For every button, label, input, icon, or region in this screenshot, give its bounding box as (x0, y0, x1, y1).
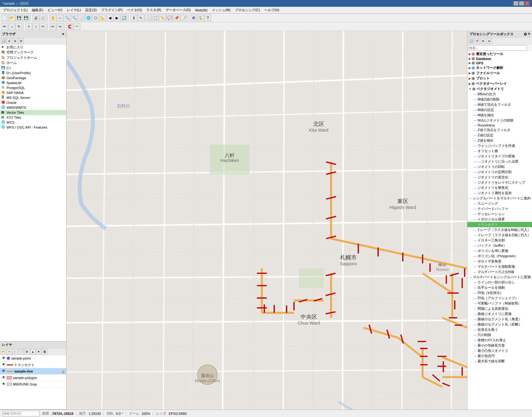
trace-button[interactable]: 〰 (74, 23, 80, 30)
browser-close-icon[interactable]: ✕ (62, 32, 64, 36)
zoom-full-button[interactable]: 🌐 (85, 15, 92, 21)
close-button[interactable]: × (525, 1, 530, 6)
browser-item[interactable]: 🔴Oracle (0, 100, 66, 105)
layer-visibility-toggle[interactable]: 👁 (1, 375, 6, 380)
toolbox-tool[interactable]: —最小包含円 (467, 353, 532, 359)
pan-map-button[interactable]: ↔ (57, 15, 63, 21)
toolbox-tool[interactable]: —ジオメトリをレイヤにスナップ (467, 180, 532, 185)
zoom-prev-button[interactable]: ◀ (106, 15, 113, 21)
browser-item[interactable]: 🌐WMS/WMTS (0, 105, 66, 110)
toolbox-tool[interactable]: —マルチパートをシングルパートに変換 (467, 274, 532, 280)
menu-project[interactable]: プロジェクト(L) (1, 7, 29, 13)
toolbox-tool[interactable]: —マルチパートの上位N値 (467, 269, 532, 274)
toolbox-tool[interactable]: —ジオメトリタイプの変換 (467, 154, 532, 159)
open-project-button[interactable]: 📂 (8, 15, 15, 21)
layer-visibility-toggle[interactable]: 👁 (1, 369, 6, 374)
toolbox-tool[interactable]: —ドロネー三角分割 (467, 238, 532, 243)
print-layout-button[interactable]: 🖨 (32, 15, 39, 21)
edit-button[interactable]: ✎ (15, 23, 22, 30)
browser-refresh-button[interactable]: 🔄 (1, 38, 6, 44)
toolbox-tool[interactable]: —Roundness (467, 123, 532, 127)
layer-item[interactable]: 👁トランセクト (0, 362, 66, 368)
toolbox-tool[interactable]: —バッファ（buffer） (467, 243, 532, 248)
browser-item[interactable]: 🌐WFS / OGC API - Features (0, 125, 66, 130)
identify-button[interactable]: ℹ (130, 15, 137, 21)
measure-button[interactable]: 📏 (159, 15, 166, 21)
menu-database[interactable]: データベース(D) (164, 7, 193, 13)
toolbox-tool[interactable]: —オフセット曲 (467, 148, 532, 154)
layer-visibility-toggle[interactable]: 👁 (1, 382, 6, 387)
pan-tool-button[interactable]: ✋ (49, 15, 56, 21)
toolbox-tool[interactable]: —M値Z値の削除 (467, 97, 532, 102)
open-layer-button[interactable]: 📂 (1, 349, 6, 355)
snap-button[interactable]: 🧲 (66, 23, 73, 30)
menu-raster[interactable]: ラスタ(R) (144, 7, 163, 13)
toolbox-tool[interactable]: —トポロジカル境界 (467, 217, 532, 222)
toolbox-expand-button[interactable]: ⊕ (480, 38, 486, 44)
add-layer-button[interactable]: + (6, 349, 12, 355)
layer-visibility-toggle[interactable]: 👁 (1, 356, 6, 361)
browser-item[interactable]: 🌐WCS (0, 120, 66, 125)
remove-layer-button2[interactable]: 🗑 (42, 349, 47, 355)
toolbox-close-icon[interactable]: ✕ (528, 32, 530, 36)
zoom-rubber-button[interactable]: ⬜ (78, 15, 85, 21)
browser-item[interactable]: 💾C:\ (0, 66, 66, 70)
menu-help[interactable]: ヘルプ(H) (262, 7, 281, 13)
toolbox-collapse-button[interactable]: ⊖ (487, 38, 492, 44)
menu-vector[interactable]: ベクタ(O) (125, 7, 144, 13)
toolbox-tool[interactable]: —ジオメトリ属性を追加 (467, 190, 532, 196)
menu-view[interactable]: ビュー(V) (46, 7, 64, 13)
menu-settings[interactable]: 設定(S) (83, 7, 99, 13)
browser-properties-button[interactable]: ⚙ (18, 38, 24, 44)
move-layer-down-button[interactable]: ▼ (36, 349, 41, 355)
layer-item[interactable]: 👁sample-line🔒 (0, 368, 66, 375)
menu-layer[interactable]: レイヤ(L) (65, 7, 83, 13)
toolbox-tool[interactable]: —デッセレーション (467, 211, 532, 217)
deselect-button[interactable]: ⬜ (145, 15, 151, 21)
toolbox-tool[interactable]: —M値の設定 (467, 107, 532, 113)
browser-item[interactable]: 🔶SAP HANA (0, 90, 66, 95)
toolbox-tool[interactable]: —曲線のセグメント化（距離） (467, 322, 532, 327)
browser-item[interactable]: 🔷SpatiaLite (0, 80, 66, 85)
toolbox-tool[interactable]: —ドレープ（ラスタ値をZ値に代入） (467, 232, 532, 238)
toolbox-tool[interactable]: —右手ルールを強制 (467, 285, 532, 290)
toolbox-category[interactable]: ▶Database (467, 57, 532, 61)
new-annotation-button[interactable]: 📝 (180, 15, 187, 21)
search-input[interactable] (2, 411, 40, 416)
toolbox-history-button[interactable]: ⏱ (474, 38, 480, 44)
attribute-table-button[interactable]: 📋 (152, 15, 159, 21)
add-feature-button[interactable]: + (25, 23, 32, 30)
toolbox-tool[interactable]: —可変幅バッファ（M値使用） (467, 301, 532, 306)
toolbox-tool[interactable]: —間隔による高密度化 (467, 306, 532, 311)
zoom-out-button[interactable]: 🔍 (71, 15, 78, 21)
move-layer-up-button[interactable]: ▲ (30, 349, 36, 355)
layer-tree-options-button[interactable]: ⚙ (24, 349, 30, 355)
toolbox-tool[interactable]: —最小の包絡長方形 (467, 343, 532, 348)
layer-item[interactable]: 👁sample-point (0, 355, 66, 362)
toolbox-refresh-button[interactable]: 🔄 (468, 38, 474, 44)
toolbox-tool[interactable]: —穴の削除 (467, 332, 532, 338)
toolbox-tool[interactable]: —トランセクト (467, 222, 532, 227)
new-project-button[interactable]: 📄 (1, 15, 8, 21)
minimize-button[interactable]: — (513, 1, 518, 6)
browser-item[interactable]: 🗄MS SQL Server (0, 95, 66, 100)
toolbox-tool[interactable]: —ポロイザ多角形 (467, 259, 532, 264)
digitize-button[interactable]: ✏ (1, 23, 8, 30)
layer-item[interactable]: 👁MIERUNE Gray (0, 381, 66, 388)
layer-visibility-toggle[interactable]: 👁 (1, 362, 6, 367)
toolbox-search-input[interactable] (468, 45, 527, 51)
menu-plugins[interactable]: プラグイン(P) (99, 7, 125, 13)
undo-button[interactable]: ↩ (49, 23, 56, 30)
maximize-button[interactable]: □ (519, 1, 524, 6)
zoom-in-button[interactable]: 🔍 (64, 15, 70, 21)
browser-item[interactable]: ▤XYZ Tiles (0, 115, 66, 120)
toolbox-tool[interactable]: —ドレープ（ラスタ値をM値に代入） (467, 227, 532, 232)
filter-legend-button[interactable]: ⚡ (18, 349, 24, 355)
menu-edit[interactable]: 編集(E) (30, 7, 45, 13)
zoom-selection-button[interactable]: ⬡ (92, 15, 99, 21)
toolbox-tool[interactable]: —ジオメトリの定間分割 (467, 169, 532, 175)
toolbox-tool[interactable]: —M値を抽出 (467, 113, 532, 118)
toolbox-tool[interactable]: —ポリゴン化（Polygonize） (467, 253, 532, 259)
toolbox-tool[interactable]: —ウェッジバッファを作成 (467, 143, 532, 148)
atlas-button[interactable]: 📰 (40, 15, 46, 21)
